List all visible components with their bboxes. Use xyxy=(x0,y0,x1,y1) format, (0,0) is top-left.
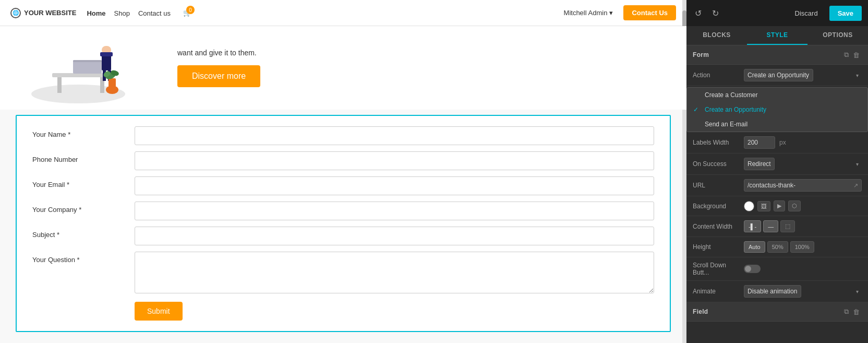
on-success-select[interactable]: Redirect xyxy=(744,158,775,170)
on-success-label: On Success xyxy=(693,160,740,168)
discard-button[interactable]: Discard xyxy=(790,6,823,20)
navbar: 🌐 YOUR WEBSITE Home Shop Contact us 🛒 0 … xyxy=(0,0,686,26)
contact-us-button[interactable]: Contact Us xyxy=(623,5,676,20)
field-section-copy-btn[interactable]: ⧉ xyxy=(842,306,851,317)
website-preview: 🌐 YOUR WEBSITE Home Shop Contact us 🛒 0 … xyxy=(0,0,686,343)
form-row-subject: Subject * xyxy=(32,227,654,245)
height-btn-100[interactable]: 100% xyxy=(790,241,814,253)
scroll-down-toggle[interactable] xyxy=(744,265,761,273)
hero-text-area: want and give it to them. Discover more xyxy=(136,49,666,87)
width-btn-2[interactable]: — xyxy=(763,220,778,232)
on-success-row: On Success Redirect xyxy=(686,153,868,175)
label-company: Your Company * xyxy=(32,202,126,214)
animate-select[interactable]: Disable animation xyxy=(744,285,801,298)
animate-select-wrap[interactable]: Disable animation xyxy=(744,285,862,298)
nav-shop[interactable]: Shop xyxy=(114,9,130,17)
field-section-title: Field xyxy=(693,308,708,315)
action-row: Action Create an Opportunity xyxy=(686,65,868,86)
navbar-brand: 🌐 YOUR WEBSITE xyxy=(10,8,76,18)
illustration-svg xyxy=(21,31,136,104)
action-select[interactable]: Create an Opportunity xyxy=(744,69,813,81)
url-label: URL xyxy=(693,182,740,189)
customer-check xyxy=(693,91,701,99)
cart-icon[interactable]: 🛒 0 xyxy=(183,9,191,17)
editor-toolbar: ↺ ↻ Discard Save xyxy=(686,0,868,26)
dropdown-item-customer[interactable]: Create a Customer xyxy=(687,88,867,102)
labels-width-row: Labels Width px xyxy=(686,132,868,153)
action-select-wrap[interactable]: Create an Opportunity xyxy=(744,69,862,81)
hero-illustration xyxy=(21,31,136,104)
input-name[interactable] xyxy=(135,126,654,145)
form-section-delete-btn[interactable]: 🗑 xyxy=(851,50,862,60)
dropdown-item-email[interactable]: Send an E-mail xyxy=(687,117,867,132)
dropdown-label-customer: Create a Customer xyxy=(705,91,757,99)
tab-blocks[interactable]: BLOCKS xyxy=(686,26,747,45)
url-input-wrap: ↗ xyxy=(744,179,862,192)
form-section-header: Form ⧉ 🗑 xyxy=(686,45,868,65)
submit-button[interactable]: Submit xyxy=(135,302,183,321)
brand-name: YOUR WEBSITE xyxy=(24,9,76,17)
svg-rect-5 xyxy=(73,60,102,62)
input-phone[interactable] xyxy=(135,151,654,170)
hero-section: want and give it to them. Discover more xyxy=(0,26,686,110)
dropdown-item-opportunity[interactable]: ✓ Create an Opportunity xyxy=(687,102,867,117)
height-controls: Auto 50% 100% xyxy=(744,241,814,253)
form-section: Your Name * Phone Number Your Email * Yo… xyxy=(0,110,686,343)
field-section-delete-btn[interactable]: 🗑 xyxy=(851,307,862,317)
svg-rect-8 xyxy=(100,52,113,56)
dropdown-label-email: Send an E-mail xyxy=(705,121,748,128)
bg-shape-btn[interactable]: ⬡ xyxy=(788,200,801,211)
label-email: Your Email * xyxy=(32,176,126,188)
color-picker[interactable] xyxy=(744,201,754,211)
tab-style[interactable]: STYLE xyxy=(747,26,807,45)
input-email[interactable] xyxy=(135,176,654,195)
url-row: URL ↗ xyxy=(686,175,868,196)
height-label: Height xyxy=(693,243,740,251)
input-company[interactable] xyxy=(135,202,654,220)
labels-width-input[interactable] xyxy=(744,136,775,149)
bg-image-btn[interactable]: 🖼 xyxy=(757,201,770,211)
animate-label: Animate xyxy=(693,288,740,295)
on-success-select-wrap[interactable]: Redirect xyxy=(744,158,862,170)
editor-panel: ↺ ↻ Discard Save BLOCKS STYLE OPTIONS Fo… xyxy=(686,0,868,343)
nav-links: Home Shop Contact us xyxy=(87,8,171,18)
action-label: Action xyxy=(693,72,740,79)
label-question: Your Question * xyxy=(32,252,126,264)
form-row-name: Your Name * xyxy=(32,126,654,145)
redo-button[interactable]: ↻ xyxy=(710,6,721,20)
editor-tabs: BLOCKS STYLE OPTIONS xyxy=(686,26,868,45)
form-row-phone: Phone Number xyxy=(32,151,654,170)
labels-width-unit: px xyxy=(779,139,786,146)
user-dropdown-icon[interactable]: ▾ xyxy=(609,9,613,17)
width-controls: -▌- — ⬚ xyxy=(744,220,795,232)
width-btn-3[interactable]: ⬚ xyxy=(780,220,795,232)
url-input[interactable] xyxy=(748,182,851,189)
height-btn-auto[interactable]: Auto xyxy=(744,241,765,253)
form-section-copy-btn[interactable]: ⧉ xyxy=(842,50,851,60)
hero-description: want and give it to them. xyxy=(177,49,257,57)
tab-options[interactable]: OPTIONS xyxy=(807,26,868,45)
content-width-row: Content Width -▌- — ⬚ xyxy=(686,216,868,237)
input-subject[interactable] xyxy=(135,227,654,245)
height-btn-50[interactable]: 50% xyxy=(767,241,788,253)
email-check xyxy=(693,121,701,128)
discover-button[interactable]: Discover more xyxy=(177,65,260,87)
label-subject: Subject * xyxy=(32,227,126,239)
opportunity-check: ✓ xyxy=(693,106,701,113)
undo-button[interactable]: ↺ xyxy=(693,6,704,20)
action-dropdown-menu: Create a Customer ✓ Create an Opportunit… xyxy=(686,87,868,132)
save-button[interactable]: Save xyxy=(829,6,862,21)
url-external-icon[interactable]: ↗ xyxy=(853,182,858,189)
textarea-question[interactable] xyxy=(135,252,654,293)
background-controls: 🖼 ▶ ⬡ xyxy=(744,200,801,211)
bg-video-btn[interactable]: ▶ xyxy=(774,200,785,211)
width-btn-1[interactable]: -▌- xyxy=(744,220,761,232)
nav-home[interactable]: Home xyxy=(87,9,105,17)
content-width-label: Content Width xyxy=(693,223,740,230)
editor-content: Form ⧉ 🗑 Action Create an Opportunity Cr… xyxy=(686,45,868,343)
nav-contact[interactable]: Contact us xyxy=(138,9,171,17)
svg-rect-2 xyxy=(57,77,62,93)
label-phone: Phone Number xyxy=(32,151,126,163)
cart-badge: 0 xyxy=(186,6,195,14)
dropdown-label-opportunity: Create an Opportunity xyxy=(705,106,766,113)
